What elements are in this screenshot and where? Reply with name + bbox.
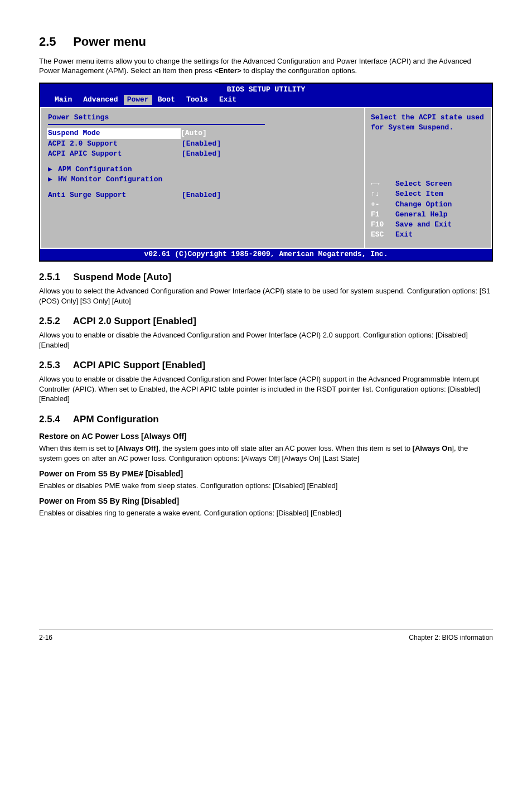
- bios-value: [Enabled]: [182, 149, 221, 159]
- submenu-label: APM Configuration: [58, 165, 132, 175]
- submenu-arrow-icon: ▶: [48, 175, 58, 185]
- subsection-title: APM Configuration: [73, 414, 159, 425]
- legend-row: ↑↓Select Item: [371, 189, 485, 199]
- bios-tab-main[interactable]: Main: [49, 95, 78, 105]
- item-heading: Restore on AC Power Loss [Always Off]: [39, 431, 493, 442]
- bios-title: BIOS SETUP UTILITY: [40, 84, 492, 95]
- bios-divider: [48, 124, 265, 125]
- bios-label: Suspend Mode: [47, 128, 181, 138]
- bios-label: Anti Surge Support: [48, 190, 182, 200]
- submenu-label: HW Monitor Configuration: [58, 175, 162, 185]
- legend-row: ←→Select Screen: [371, 179, 485, 189]
- legend-desc: Select Screen: [395, 179, 452, 189]
- legend-row: F10Save and Exit: [371, 220, 485, 230]
- section-title: Power menu: [73, 35, 146, 49]
- bios-tab-exit[interactable]: Exit: [214, 95, 242, 105]
- bios-tab-boot[interactable]: Boot: [152, 95, 181, 105]
- bios-tab-power[interactable]: Power: [124, 95, 152, 105]
- legend-desc: Change Option: [395, 200, 452, 210]
- bios-row-suspend-mode[interactable]: Suspend Mode [Auto]: [48, 128, 357, 138]
- subsection-heading: 2.5.3 ACPI APIC Support [Enabled]: [39, 359, 493, 372]
- text-part: When this item is set to: [39, 444, 116, 452]
- bios-value: [Enabled]: [182, 190, 221, 200]
- page-number: 2-16: [39, 633, 52, 643]
- legend-row: +-Change Option: [371, 200, 485, 210]
- page-footer: 2-16 Chapter 2: BIOS information: [39, 629, 493, 643]
- bios-row-acpi-apic[interactable]: ACPI APIC Support [Enabled]: [48, 149, 357, 159]
- bios-body: Power Settings Suspend Mode [Auto] ACPI …: [40, 107, 492, 249]
- subsection-number: 2.5.3: [39, 360, 60, 370]
- section-heading: 2.5 Power menu: [39, 33, 493, 51]
- item-text: Enables or disables PME wake from sleep …: [39, 481, 493, 491]
- section-intro: The Power menu items allow you to change…: [39, 56, 493, 76]
- item-heading: Power on From S5 By PME# [Disabled]: [39, 469, 493, 480]
- bios-right-pane: Select the ACPI state used for System Su…: [365, 108, 491, 248]
- legend-key: +-: [371, 200, 395, 210]
- subsection-heading: 2.5.2 ACPI 2.0 Support [Enabled]: [39, 315, 493, 328]
- legend-desc: Select Item: [395, 189, 443, 199]
- subsection-title: Suspend Mode [Auto]: [73, 272, 171, 282]
- bios-left-pane: Power Settings Suspend Mode [Auto] ACPI …: [41, 108, 365, 248]
- bios-screenshot: BIOS SETUP UTILITY Main Advanced Power B…: [39, 83, 493, 262]
- bios-submenu-apm[interactable]: ▶ APM Configuration: [48, 165, 357, 175]
- legend-key: F1: [371, 210, 395, 220]
- text-bold: [Always Off]: [116, 444, 158, 452]
- submenu-arrow-icon: ▶: [48, 165, 58, 175]
- bios-footer: v02.61 (C)Copyright 1985-2009, American …: [40, 249, 492, 261]
- legend-row: F1General Help: [371, 210, 485, 220]
- bios-label: ACPI 2.0 Support: [48, 139, 182, 149]
- subsection-number: 2.5.2: [39, 316, 60, 326]
- bios-submenus: ▶ APM Configuration ▶ HW Monitor Configu…: [48, 165, 357, 185]
- text-part: , the system goes into off state after a…: [158, 444, 413, 452]
- bios-row-acpi20[interactable]: ACPI 2.0 Support [Enabled]: [48, 139, 357, 149]
- subsection-title: ACPI 2.0 Support [Enabled]: [73, 316, 196, 326]
- subsection-heading: 2.5.1 Suspend Mode [Auto]: [39, 271, 493, 284]
- legend-key: ←→: [371, 179, 395, 189]
- bios-tab-bar: Main Advanced Power Boot Tools Exit: [40, 95, 492, 107]
- legend-key: ↑↓: [371, 189, 395, 199]
- enter-key: <Enter>: [214, 66, 241, 75]
- chapter-label: Chapter 2: BIOS information: [409, 633, 493, 643]
- subsection-text: Allows you to select the Advanced Config…: [39, 286, 493, 306]
- legend-desc: Save and Exit: [395, 220, 452, 230]
- section-number: 2.5: [39, 35, 56, 49]
- intro-post: to display the configuration options.: [241, 66, 357, 75]
- bios-submenu-hwmonitor[interactable]: ▶ HW Monitor Configuration: [48, 175, 357, 185]
- bios-value: [Auto]: [181, 128, 207, 138]
- item-heading: Power on From S5 By Ring [Disabled]: [39, 496, 493, 507]
- legend-key: F10: [371, 220, 395, 230]
- legend-desc: General Help: [395, 210, 448, 220]
- bios-label: ACPI APIC Support: [48, 149, 182, 159]
- bios-pane-heading: Power Settings: [48, 113, 357, 123]
- subsection-title: ACPI APIC Support [Enabled]: [73, 360, 205, 370]
- bios-row-antisurge[interactable]: Anti Surge Support [Enabled]: [48, 190, 357, 200]
- text-bold: [Always On: [413, 444, 452, 452]
- legend-row: ESCExit: [371, 230, 485, 240]
- subsection-text: Allows you to enable or disable the Adva…: [39, 374, 493, 404]
- bios-help-text: Select the ACPI state used for System Su…: [371, 113, 485, 133]
- bios-tab-tools[interactable]: Tools: [181, 95, 214, 105]
- item-text: When this item is set to [Always Off], t…: [39, 443, 493, 463]
- subsection-text: Allows you to enable or disable the Adva…: [39, 330, 493, 350]
- bios-legend: ←→Select Screen ↑↓Select Item +-Change O…: [371, 179, 485, 240]
- bios-tab-advanced[interactable]: Advanced: [78, 95, 123, 105]
- subsection-heading: 2.5.4 APM Configuration: [39, 413, 493, 426]
- item-text: Enables or disables ring to generate a w…: [39, 508, 493, 518]
- subsection-number: 2.5.1: [39, 272, 60, 282]
- legend-desc: Exit: [395, 230, 413, 240]
- spacer: [48, 185, 357, 190]
- subsection-number: 2.5.4: [39, 414, 60, 425]
- bios-value: [Enabled]: [182, 139, 221, 149]
- legend-key: ESC: [371, 230, 395, 240]
